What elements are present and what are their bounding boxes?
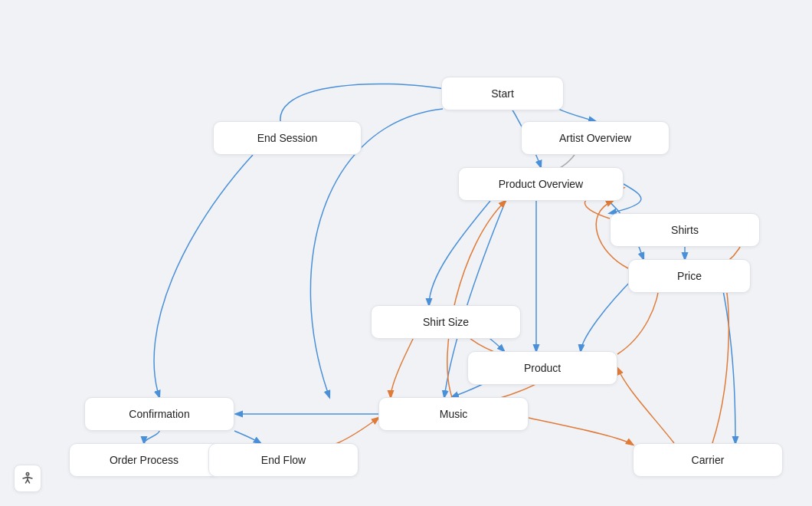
node-shirts[interactable]: Shirts bbox=[610, 213, 760, 247]
node-music[interactable]: Music bbox=[378, 397, 529, 431]
node-product-overview[interactable]: Product Overview bbox=[458, 167, 624, 201]
node-product[interactable]: Product bbox=[467, 351, 617, 385]
node-end-session[interactable]: End Session bbox=[213, 121, 362, 155]
node-shirt-size[interactable]: Shirt Size bbox=[371, 305, 521, 339]
flow-canvas: Start End Session Artist Overview Produc… bbox=[0, 0, 812, 506]
svg-point-0 bbox=[26, 473, 28, 475]
node-start[interactable]: Start bbox=[441, 77, 564, 110]
accessibility-icon bbox=[20, 471, 35, 486]
accessibility-button[interactable] bbox=[14, 465, 41, 492]
node-end-flow[interactable]: End Flow bbox=[208, 443, 359, 477]
node-artist-overview[interactable]: Artist Overview bbox=[521, 121, 670, 155]
node-carrier[interactable]: Carrier bbox=[633, 443, 783, 477]
node-confirmation[interactable]: Confirmation bbox=[84, 397, 234, 431]
node-price[interactable]: Price bbox=[628, 259, 751, 293]
node-order-process[interactable]: Order Process bbox=[69, 443, 219, 477]
